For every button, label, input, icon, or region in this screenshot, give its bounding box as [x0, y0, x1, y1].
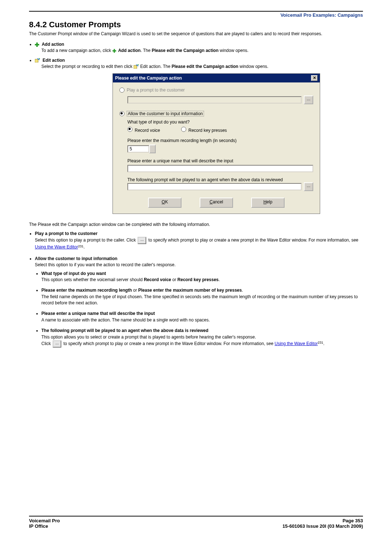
max-length-row: 5 [127, 145, 313, 153]
spinner-icon[interactable] [149, 145, 156, 153]
edit-action-item: Edit action Select the prompt or recordi… [35, 58, 363, 70]
page-footer: Voicemail Pro IP Office Page 353 15-6010… [29, 516, 363, 529]
unique-name-label: Please enter a unique name that will des… [127, 158, 313, 163]
campaign-action-dialog: Please edit the Campaign action ✕ Play a… [113, 73, 320, 214]
text: Please enter the maximum recording lengt… [41, 288, 132, 293]
radio-icon[interactable] [127, 127, 132, 132]
top-rule [29, 11, 363, 12]
item-title: The following prompt will be played to a… [41, 328, 363, 334]
max-length-item: Please enter the maximum recording lengt… [41, 287, 363, 306]
item-title: What type of input do you want [41, 271, 363, 277]
input-value: 5 [130, 146, 132, 151]
unique-name-item: Please enter a unique name that will des… [41, 311, 363, 323]
text: Edit action. The [140, 64, 172, 69]
option-record-voice[interactable]: Record voice [127, 127, 160, 133]
dialog-title: Please edit the Campaign action [115, 76, 182, 81]
text: to specify which prompt to play or creat… [147, 238, 358, 243]
plus-icon [35, 42, 39, 47]
add-action-label: Add action [42, 42, 64, 47]
page-ref: 231 [318, 341, 323, 344]
dialog-button-row: OK Cancel Help [119, 198, 313, 208]
option-label: Allow the customer to input information [127, 111, 204, 117]
text: Please edit the Campaign action [152, 48, 219, 53]
option-label: Record key presses [188, 128, 227, 133]
unique-name-input[interactable] [127, 165, 313, 172]
input-type-label: What type of input do you want? [127, 119, 313, 125]
text: window opens. [219, 48, 249, 53]
footer-rule [29, 516, 363, 516]
max-length-input[interactable]: 5 [127, 145, 149, 153]
ellipsis-button-icon: … [138, 237, 146, 244]
item-body: A name to associate with the action. The… [41, 317, 363, 323]
item-body: The field name depends on the type of in… [41, 294, 363, 307]
add-action-item: Add action To add a new campaign action,… [35, 42, 363, 54]
page-ref: 231 [78, 244, 83, 248]
item-body-1: This option allows you to select or crea… [41, 334, 363, 340]
edit-icon [134, 64, 139, 69]
help-button[interactable]: Help [251, 198, 285, 208]
page-title: 8.4.2 Customer Prompts [29, 20, 363, 29]
what-type-item: What type of input do you want This opti… [41, 271, 363, 283]
text: To add a new campaign action, click [41, 48, 112, 53]
browse-button[interactable]: … [304, 182, 313, 191]
option-label: Record voice [135, 128, 160, 133]
text: Select the prompt or recording to edit t… [41, 64, 134, 69]
section-title: Allow the customer to input information [35, 256, 363, 262]
svg-rect-0 [35, 59, 38, 62]
svg-rect-1 [134, 65, 137, 69]
text: or [132, 288, 138, 293]
radio-icon[interactable] [181, 127, 186, 132]
edit-icon [35, 58, 40, 62]
item-title-row: Please enter the maximum recording lengt… [41, 287, 363, 293]
text: Select this option to play a prompt to t… [35, 238, 137, 243]
intro-paragraph: The Customer Prompt window of the Campai… [29, 31, 363, 37]
radio-icon[interactable] [119, 88, 124, 93]
edit-action-text: Select the prompt or recording to edit t… [41, 64, 363, 70]
ellipsis-button-icon: … [53, 340, 61, 348]
option-play-prompt[interactable]: Play a prompt to the customer [119, 88, 313, 93]
footer-page: Page 353 [282, 518, 363, 523]
below-intro: The Please edit the Campaign action wind… [29, 222, 363, 227]
agent-prompt-label: The following prompt will be played to a… [127, 177, 313, 182]
text: Please edit the Campaign action [172, 64, 238, 69]
option-record-keys[interactable]: Record key presses [181, 127, 227, 133]
footer-platform: IP Office [29, 523, 60, 529]
text: Click [41, 341, 52, 346]
radio-icon[interactable] [119, 111, 124, 116]
document-page: Voicemail Pro Examples: Campaigns 8.4.2 … [15, 0, 377, 538]
item-body-2: Click … to specify which prompt to play … [41, 340, 363, 348]
footer-left: Voicemail Pro IP Office [29, 518, 60, 529]
option-allow-input[interactable]: Allow the customer to input information [119, 111, 313, 117]
text: window opens. [238, 64, 269, 69]
close-icon[interactable]: ✕ [311, 75, 318, 81]
text: Please enter the maximum number of key p… [138, 288, 242, 293]
option-label: Play a prompt to the customer [127, 88, 185, 93]
play-prompt-field-row: … [127, 96, 313, 104]
browse-button[interactable]: … [304, 96, 313, 104]
allow-input-section: Allow the customer to input information … [35, 256, 363, 348]
text: . [83, 244, 85, 250]
agent-prompt-input[interactable] [127, 183, 302, 190]
text: . The [140, 48, 151, 53]
breadcrumb: Voicemail Pro Examples: Campaigns [29, 12, 363, 18]
section-sub: Select this option to if you want the ac… [35, 262, 363, 268]
text: Add action [118, 48, 140, 53]
input-type-section: What type of input do you want? Record v… [127, 119, 313, 191]
text: This option sets whether the voicemail s… [41, 277, 144, 282]
text: Record voice [144, 277, 171, 282]
plus-icon [113, 49, 116, 53]
cancel-button[interactable]: Cancel [200, 198, 233, 208]
edit-action-label: Edit action [42, 58, 65, 63]
wave-editor-link[interactable]: Using the Wave Editor [35, 244, 78, 250]
text: or [171, 277, 177, 282]
wave-editor-link[interactable]: Using the Wave Editor [275, 341, 318, 346]
item-title: Please enter a unique name that will des… [41, 311, 363, 317]
max-length-label: Please enter the maximum recording lengt… [127, 138, 313, 143]
dialog-screenshot: Please edit the Campaign action ✕ Play a… [113, 73, 363, 214]
footer-right: Page 353 15-601063 Issue 20l (03 March 2… [282, 518, 363, 529]
add-action-text: To add a new campaign action, click Add … [41, 48, 363, 54]
text: Record key presses [177, 277, 219, 282]
text: . [323, 341, 324, 346]
ok-button[interactable]: OK [148, 198, 181, 208]
text: to specify which prompt to play or creat… [62, 341, 274, 346]
